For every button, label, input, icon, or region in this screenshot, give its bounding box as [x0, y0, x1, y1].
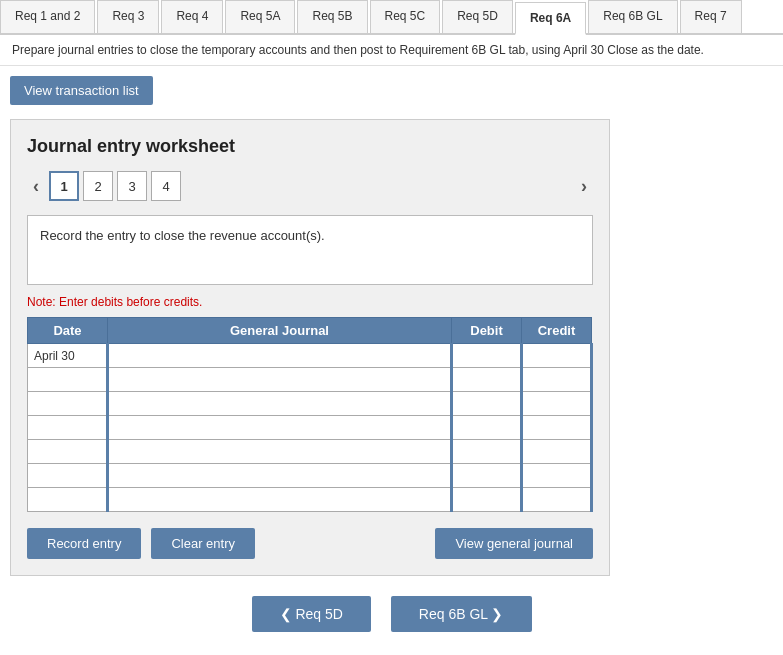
tab-req6bgl[interactable]: Req 6B GL [588, 0, 677, 33]
prev-page-arrow[interactable]: ‹ [27, 174, 45, 199]
table-row [28, 368, 592, 392]
journal-input[interactable] [109, 464, 450, 487]
debit-cell[interactable] [452, 440, 522, 464]
page-btn-1[interactable]: 1 [49, 171, 79, 201]
tab-req5a[interactable]: Req 5A [225, 0, 295, 33]
date-cell [28, 368, 108, 392]
journal-cell[interactable] [108, 488, 452, 512]
debit-input[interactable] [453, 392, 520, 415]
credit-input[interactable] [523, 416, 590, 439]
date-cell: April 30 [28, 344, 108, 368]
page-btn-4[interactable]: 4 [151, 171, 181, 201]
table-row [28, 416, 592, 440]
journal-cell[interactable] [108, 344, 452, 368]
table-row [28, 488, 592, 512]
debit-cell[interactable] [452, 344, 522, 368]
journal-cell[interactable] [108, 440, 452, 464]
tab-req4[interactable]: Req 4 [161, 0, 223, 33]
prev-req-button[interactable]: ❮ Req 5D [252, 596, 371, 632]
table-row [28, 464, 592, 488]
tab-req5c[interactable]: Req 5C [370, 0, 441, 33]
journal-input[interactable] [109, 344, 450, 367]
date-cell [28, 392, 108, 416]
journal-cell[interactable] [108, 464, 452, 488]
credit-input[interactable] [523, 488, 590, 511]
debit-credit-note: Note: Enter debits before credits. [27, 295, 593, 309]
tab-req5b[interactable]: Req 5B [297, 0, 367, 33]
page-btn-3[interactable]: 3 [117, 171, 147, 201]
debit-cell[interactable] [452, 416, 522, 440]
col-header-debit: Debit [452, 318, 522, 344]
debit-cell[interactable] [452, 464, 522, 488]
worksheet-title: Journal entry worksheet [27, 136, 593, 157]
debit-input[interactable] [453, 488, 520, 511]
journal-input[interactable] [109, 392, 450, 415]
table-row: April 30 [28, 344, 592, 368]
bottom-navigation: ❮ Req 5D Req 6B GL ❯ [0, 596, 783, 632]
date-cell [28, 464, 108, 488]
instruction-text: Prepare journal entries to close the tem… [0, 35, 783, 66]
debit-input[interactable] [453, 416, 520, 439]
credit-input[interactable] [523, 344, 590, 367]
entry-description: Record the entry to close the revenue ac… [27, 215, 593, 285]
journal-table: Date General Journal Debit Credit April … [27, 317, 593, 512]
tab-req1and2[interactable]: Req 1 and 2 [0, 0, 95, 33]
tabs-bar: Req 1 and 2 Req 3 Req 4 Req 5A Req 5B Re… [0, 0, 783, 35]
credit-cell[interactable] [522, 488, 592, 512]
tab-req3[interactable]: Req 3 [97, 0, 159, 33]
credit-input[interactable] [523, 392, 590, 415]
tab-req6a[interactable]: Req 6A [515, 2, 586, 35]
journal-cell[interactable] [108, 368, 452, 392]
journal-entry-worksheet: Journal entry worksheet ‹ 1 2 3 4 › Reco… [10, 119, 610, 576]
table-row [28, 440, 592, 464]
tab-req7[interactable]: Req 7 [680, 0, 742, 33]
record-entry-button[interactable]: Record entry [27, 528, 141, 559]
debit-cell[interactable] [452, 368, 522, 392]
credit-input[interactable] [523, 368, 590, 391]
credit-cell[interactable] [522, 368, 592, 392]
col-header-journal: General Journal [108, 318, 452, 344]
table-row [28, 392, 592, 416]
next-req-button[interactable]: Req 6B GL ❯ [391, 596, 532, 632]
debit-cell[interactable] [452, 392, 522, 416]
debit-input[interactable] [453, 344, 520, 367]
credit-cell[interactable] [522, 440, 592, 464]
view-transaction-button[interactable]: View transaction list [10, 76, 153, 105]
tab-req5d[interactable]: Req 5D [442, 0, 513, 33]
col-header-date: Date [28, 318, 108, 344]
credit-input[interactable] [523, 464, 590, 487]
credit-cell[interactable] [522, 344, 592, 368]
journal-input[interactable] [109, 440, 450, 463]
col-header-credit: Credit [522, 318, 592, 344]
journal-cell[interactable] [108, 392, 452, 416]
credit-cell[interactable] [522, 464, 592, 488]
date-cell [28, 416, 108, 440]
debit-input[interactable] [453, 464, 520, 487]
debit-input[interactable] [453, 440, 520, 463]
credit-cell[interactable] [522, 392, 592, 416]
debit-input[interactable] [453, 368, 520, 391]
date-cell [28, 488, 108, 512]
debit-cell[interactable] [452, 488, 522, 512]
date-cell [28, 440, 108, 464]
page-btn-2[interactable]: 2 [83, 171, 113, 201]
journal-cell[interactable] [108, 416, 452, 440]
page-navigation: ‹ 1 2 3 4 › [27, 171, 593, 201]
journal-input[interactable] [109, 488, 450, 511]
next-page-arrow[interactable]: › [575, 174, 593, 199]
view-general-journal-button[interactable]: View general journal [435, 528, 593, 559]
clear-entry-button[interactable]: Clear entry [151, 528, 255, 559]
credit-input[interactable] [523, 440, 590, 463]
action-buttons: Record entry Clear entry View general jo… [27, 528, 593, 559]
journal-input[interactable] [109, 416, 450, 439]
journal-input[interactable] [109, 368, 450, 391]
credit-cell[interactable] [522, 416, 592, 440]
